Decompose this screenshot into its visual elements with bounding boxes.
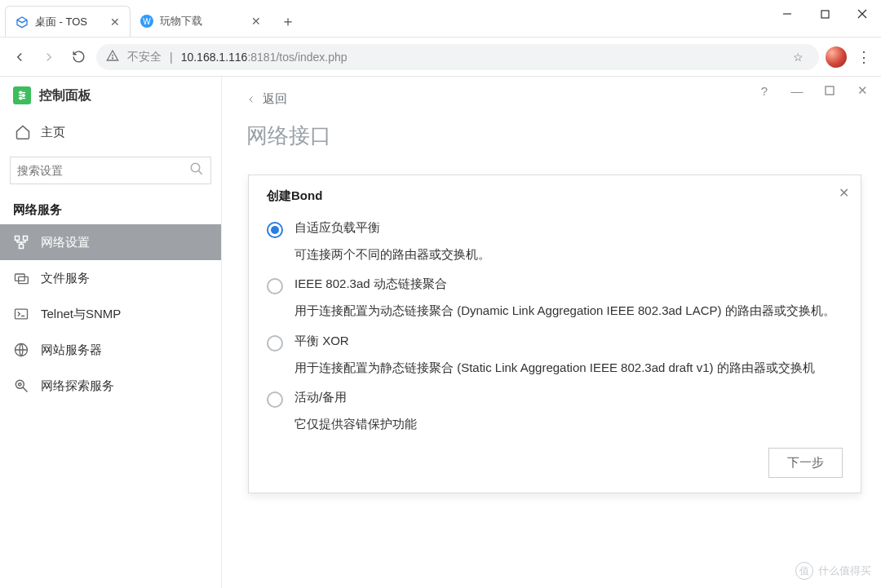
sidebar-item-label: Telnet与SNMP — [41, 307, 121, 322]
tab-close-icon[interactable]: ✕ — [110, 15, 120, 29]
modal-title: 创建Bond — [267, 188, 843, 204]
svg-point-23 — [19, 383, 21, 386]
sidebar-item-label: 网络设置 — [41, 235, 90, 250]
svg-point-12 — [191, 163, 200, 172]
option-desc: 它仅提供容错保护功能 — [267, 413, 843, 441]
sidebar: 控制面板 主页 网络服务 网络设置 文件服务 Telnet与SNMP 网站服 — [0, 77, 222, 588]
option-desc: 可连接两个不同的路由器或交换机。 — [267, 243, 843, 272]
option-label: 活动/备用 — [294, 390, 347, 408]
window-controls — [768, 0, 881, 28]
tab-wanwu[interactable]: W 玩物下载 ✕ — [131, 6, 271, 37]
svg-rect-1 — [821, 11, 829, 18]
watermark-text: 什么值得买 — [818, 564, 871, 578]
option-label: 自适应负载平衡 — [294, 220, 380, 238]
tab-label: 玩物下载 — [160, 14, 202, 29]
network-icon — [13, 234, 29, 250]
search-input-field[interactable] — [17, 164, 184, 177]
tab-label: 桌面 - TOS — [35, 15, 87, 29]
sidebar-section-title: 网络服务 — [0, 194, 221, 224]
profile-avatar[interactable] — [826, 46, 847, 68]
create-bond-modal: 创建Bond ✕ 自适应负载平衡 可连接两个不同的路由器或交换机。 IEEE 8… — [248, 175, 861, 493]
discover-icon — [13, 378, 29, 394]
insecure-icon — [106, 49, 119, 64]
svg-point-7 — [20, 91, 21, 93]
sidebar-item-file-service[interactable]: 文件服务 — [0, 260, 221, 296]
svg-rect-19 — [15, 309, 28, 319]
option-adaptive-load-balancing[interactable]: 自适应负载平衡 — [267, 215, 843, 243]
search-settings-input[interactable] — [10, 157, 211, 184]
svg-rect-15 — [24, 237, 28, 241]
browser-titlebar: 桌面 - TOS ✕ W 玩物下载 ✕ ＋ — [0, 0, 881, 38]
terminal-icon — [13, 306, 29, 322]
favicon-wanwu: W — [140, 15, 153, 28]
radio-icon[interactable] — [267, 278, 283, 294]
panel-help-button[interactable]: ? — [757, 84, 772, 98]
bond-options: 自适应负载平衡 可连接两个不同的路由器或交换机。 IEEE 802.3ad 动态… — [267, 215, 843, 441]
bookmark-star-icon[interactable]: ☆ — [786, 51, 809, 64]
control-panel-title: 控制面板 — [39, 87, 91, 104]
url-text: 10.168.1.116:8181/tos/index.php — [181, 51, 348, 64]
url-box[interactable]: 不安全 | 10.168.1.116:8181/tos/index.php ☆ — [96, 44, 819, 70]
globe-icon — [13, 342, 29, 358]
tab-close-icon[interactable]: ✕ — [251, 15, 261, 28]
panel-maximize-button[interactable] — [822, 84, 837, 98]
home-icon — [15, 124, 31, 140]
sidebar-home-label: 主页 — [41, 125, 65, 140]
svg-rect-24 — [826, 86, 834, 95]
next-button[interactable]: 下一步 — [768, 448, 843, 478]
sidebar-item-label: 网站服务器 — [41, 343, 102, 358]
sidebar-home[interactable]: 主页 — [0, 114, 221, 150]
svg-rect-16 — [20, 245, 24, 249]
svg-point-9 — [23, 95, 24, 96]
radio-icon[interactable] — [267, 391, 283, 408]
sidebar-item-web-server[interactable]: 网站服务器 — [0, 332, 221, 368]
file-service-icon — [13, 270, 29, 286]
browser-menu-button[interactable]: ⋮ — [853, 48, 873, 66]
minimize-button[interactable] — [768, 0, 806, 28]
maximize-button[interactable] — [806, 0, 843, 28]
option-ieee-8023ad[interactable]: IEEE 802.3ad 动态链接聚合 — [267, 272, 843, 299]
panel-close-button[interactable]: ✕ — [855, 83, 870, 98]
svg-rect-14 — [15, 237, 20, 241]
svg-line-13 — [198, 170, 202, 175]
security-label: 不安全 — [127, 50, 162, 64]
chevron-left-icon — [246, 95, 256, 104]
option-active-backup[interactable]: 活动/备用 — [267, 385, 843, 413]
sidebar-item-label: 网络探索服务 — [41, 378, 114, 394]
sidebar-item-network-discovery[interactable]: 网络探索服务 — [0, 368, 221, 404]
sidebar-item-telnet-snmp[interactable]: Telnet与SNMP — [0, 296, 221, 332]
tab-strip: 桌面 - TOS ✕ W 玩物下载 ✕ ＋ — [0, 0, 300, 37]
search-icon — [189, 161, 204, 179]
option-label: 平衡 XOR — [294, 334, 349, 351]
nav-forward-button[interactable] — [38, 46, 60, 69]
panel-window-controls: ? — ✕ — [757, 83, 870, 98]
sidebar-item-network-settings[interactable]: 网络设置 — [0, 224, 221, 260]
option-label: IEEE 802.3ad 动态链接聚合 — [294, 276, 447, 294]
new-tab-button[interactable]: ＋ — [276, 9, 300, 33]
nav-reload-button[interactable] — [67, 46, 90, 69]
radio-selected-icon[interactable] — [267, 222, 283, 238]
control-panel-header: 控制面板 — [0, 77, 221, 114]
sidebar-item-label: 文件服务 — [41, 271, 90, 286]
favicon-tos — [15, 15, 29, 29]
radio-icon[interactable] — [267, 335, 283, 351]
address-bar: 不安全 | 10.168.1.116:8181/tos/index.php ☆ … — [0, 38, 881, 77]
svg-line-22 — [23, 387, 27, 391]
option-desc: 用于连接配置为静态链接聚合 (Static Link Aggregation I… — [267, 356, 843, 385]
watermark-badge-icon: 值 — [795, 562, 813, 580]
svg-point-21 — [15, 380, 24, 388]
svg-rect-17 — [15, 274, 25, 281]
nav-back-button[interactable] — [8, 46, 31, 69]
option-desc: 用于连接配置为动态链接聚合 (Dynamic Link Aggregation … — [267, 299, 843, 328]
back-label: 返回 — [263, 91, 287, 107]
svg-rect-18 — [19, 276, 29, 283]
tab-tos[interactable]: 桌面 - TOS ✕ — [5, 6, 131, 37]
panel-minimize-button[interactable]: — — [790, 84, 804, 98]
close-button[interactable] — [843, 0, 881, 28]
watermark: 值 什么值得买 — [795, 562, 871, 580]
svg-point-5 — [112, 58, 113, 59]
page-title: 网络接口 — [246, 122, 857, 150]
option-balance-xor[interactable]: 平衡 XOR — [267, 329, 843, 356]
svg-point-11 — [20, 97, 21, 99]
modal-close-button[interactable]: ✕ — [839, 185, 849, 201]
